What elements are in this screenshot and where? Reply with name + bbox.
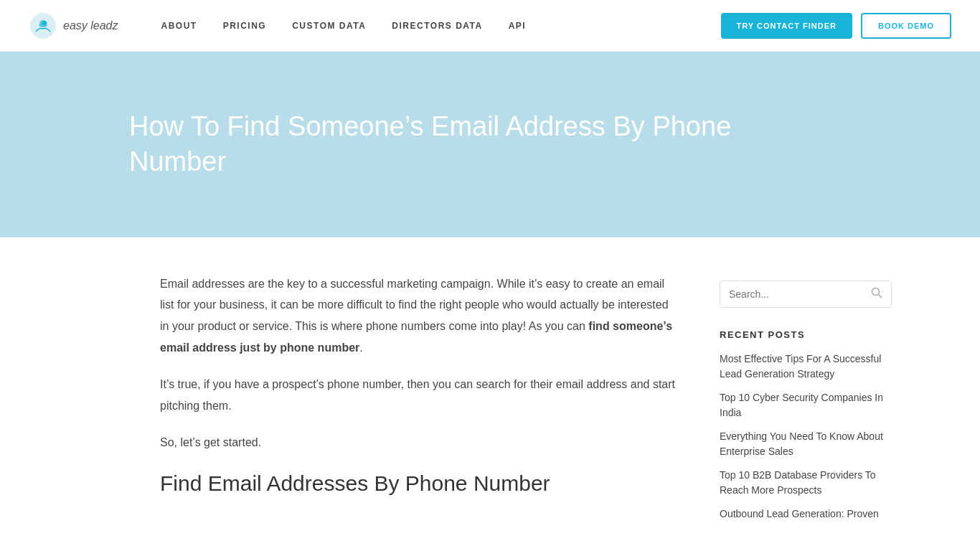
recent-posts-heading: RECENT POSTS — [720, 329, 892, 340]
list-item: Most Effective Tips For A Successful Lea… — [720, 352, 892, 382]
logo[interactable]: easy leadz — [29, 11, 118, 40]
recent-post-link-5[interactable]: Outbound Lead Generation: Proven — [720, 508, 879, 519]
recent-posts-list: Most Effective Tips For A Successful Lea… — [720, 352, 892, 522]
search-input[interactable] — [729, 288, 871, 300]
article-para3: So, let’s get started. — [160, 432, 677, 453]
hero-section: How To Find Someone’s Email Address By P… — [0, 52, 980, 237]
main-article: Email addresses are the key to a success… — [160, 273, 677, 530]
nav-directors-data[interactable]: DIRECTORS DATA — [392, 21, 482, 31]
article-para2: It’s true, if you have a prospect’s phon… — [160, 374, 677, 416]
nav-actions: TRY CONTACT FINDER BOOK DEMO — [721, 13, 951, 39]
sidebar: RECENT POSTS Most Effective Tips For A S… — [720, 273, 892, 530]
article-para1: Email addresses are the key to a success… — [160, 273, 677, 358]
recent-post-link-4[interactable]: Top 10 B2B Database Providers To Reach M… — [720, 469, 876, 496]
recent-post-link-2[interactable]: Top 10 Cyber Security Companies In India — [720, 392, 883, 418]
list-item: Top 10 B2B Database Providers To Reach M… — [720, 468, 892, 498]
content-wrapper: Email addresses are the key to a success… — [31, 237, 949, 551]
logo-icon — [29, 11, 57, 40]
nav-custom-data[interactable]: CUSTOM DATA — [292, 21, 366, 31]
recent-post-link-3[interactable]: Everything You Need To Know About Enterp… — [720, 430, 883, 457]
list-item: Top 10 Cyber Security Companies In India — [720, 390, 892, 420]
book-demo-button[interactable]: BOOK DEMO — [861, 13, 951, 39]
search-box[interactable] — [720, 281, 892, 308]
hero-title: How To Find Someone’s Email Address By P… — [129, 109, 775, 180]
try-contact-finder-button[interactable]: TRY CONTACT FINDER — [721, 13, 852, 39]
recent-post-link-1[interactable]: Most Effective Tips For A Successful Lea… — [720, 353, 881, 380]
svg-line-3 — [879, 294, 882, 298]
list-item: Outbound Lead Generation: Proven — [720, 507, 892, 522]
search-icon — [871, 287, 882, 298]
list-item: Everything You Need To Know About Enterp… — [720, 429, 892, 459]
nav-links: ABOUT PRICING CUSTOM DATA DIRECTORS DATA… — [161, 21, 721, 31]
svg-point-1 — [42, 21, 47, 25]
nav-api[interactable]: API — [509, 21, 527, 31]
nav-about[interactable]: ABOUT — [161, 21, 197, 31]
article-heading2: Find Email Addresses By Phone Number — [160, 469, 677, 497]
nav-pricing[interactable]: PRICING — [223, 21, 267, 31]
logo-text: easy leadz — [63, 19, 118, 32]
search-button[interactable] — [871, 287, 882, 301]
svg-point-2 — [872, 288, 880, 295]
